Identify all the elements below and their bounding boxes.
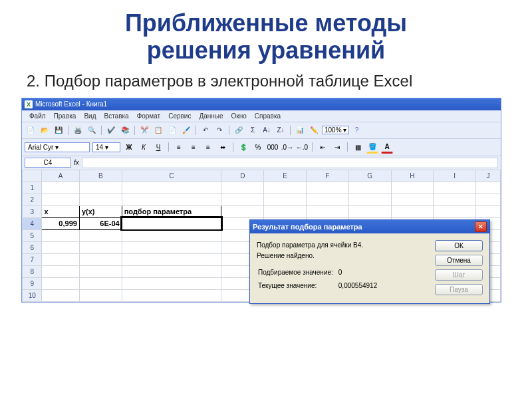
spellcheck-icon[interactable]: ✔️: [105, 124, 117, 136]
format-painter-icon[interactable]: 🖌️: [180, 124, 192, 136]
excel-icon: X: [25, 100, 33, 108]
menu-tools[interactable]: Сервис: [165, 112, 194, 120]
goal-seek-dialog: Результат подбора параметра ✕ Подбор пар…: [249, 219, 490, 304]
formula-bar: C4 fx: [22, 156, 501, 170]
redo-icon[interactable]: ↷: [213, 124, 225, 136]
standard-toolbar: 📄 📂 💾 🖨️ 🔍 ✔️ 📚 ✂️ 📋 📄 🖌️ ↶ ↷ 🔗 Σ A↓ Z↓ …: [22, 122, 501, 138]
slide-title-line1: Приближенные методы: [125, 9, 407, 37]
col-header[interactable]: D: [221, 170, 264, 182]
menubar: Файл Правка Вид Вставка Формат Сервис Да…: [22, 110, 501, 122]
menu-view[interactable]: Вид: [80, 112, 99, 120]
increase-indent-icon[interactable]: ⇥: [331, 142, 343, 153]
font-size-combo[interactable]: 14 ▾: [92, 142, 120, 152]
decrease-decimal-icon[interactable]: ←.0: [296, 142, 308, 153]
row-header[interactable]: 4: [23, 217, 42, 229]
increase-decimal-icon[interactable]: .0→: [281, 142, 293, 153]
undo-icon[interactable]: ↶: [200, 124, 211, 136]
help-icon[interactable]: ?: [351, 124, 363, 136]
formula-input[interactable]: [82, 158, 498, 168]
name-box[interactable]: C4: [25, 158, 71, 168]
font-color-icon[interactable]: A: [381, 141, 393, 154]
row-header[interactable]: 6: [23, 241, 42, 253]
merge-icon[interactable]: ⬌: [217, 142, 229, 153]
cell-A3[interactable]: x: [42, 205, 79, 217]
drawing-icon[interactable]: ✏️: [308, 124, 320, 136]
bold-icon[interactable]: Ж: [123, 142, 135, 153]
fill-color-icon[interactable]: 🪣: [366, 141, 378, 154]
new-icon[interactable]: 📄: [25, 124, 37, 136]
col-header[interactable]: E: [264, 170, 307, 182]
zoom-combo[interactable]: 100% ▾: [322, 126, 349, 134]
currency-icon[interactable]: 💲: [237, 142, 249, 153]
select-all[interactable]: [23, 170, 42, 182]
col-header[interactable]: F: [306, 170, 348, 182]
chevron-down-icon: ▾: [105, 144, 108, 151]
menu-edit[interactable]: Правка: [51, 112, 80, 120]
font-name-combo[interactable]: Arial Cyr ▾: [25, 142, 90, 152]
cell-C3[interactable]: подбор параметра: [122, 205, 221, 217]
copy-icon[interactable]: 📋: [152, 124, 164, 136]
ok-button[interactable]: ОК: [435, 240, 483, 251]
row-header[interactable]: 8: [23, 265, 42, 277]
borders-icon[interactable]: ▦: [352, 142, 364, 153]
col-header[interactable]: I: [434, 170, 476, 182]
formatting-toolbar: Arial Cyr ▾ 14 ▾ Ж К Ч ≡ ≡ ≡ ⬌ 💲 % 000 .…: [22, 138, 501, 156]
percent-icon[interactable]: %: [252, 142, 264, 153]
row-header[interactable]: 9: [23, 277, 42, 289]
cut-icon[interactable]: ✂️: [138, 124, 150, 136]
row-header[interactable]: 10: [23, 289, 42, 301]
decrease-indent-icon[interactable]: ⇤: [317, 142, 329, 153]
menu-help[interactable]: Справка: [251, 112, 284, 120]
paste-icon[interactable]: 📄: [166, 124, 178, 136]
align-right-icon[interactable]: ≡: [202, 142, 214, 153]
dialog-titlebar: Результат подбора параметра ✕: [250, 220, 489, 233]
col-header[interactable]: C: [122, 170, 221, 182]
close-icon[interactable]: ✕: [475, 221, 487, 232]
row-header[interactable]: 1: [23, 182, 42, 194]
menu-data[interactable]: Данные: [196, 112, 226, 120]
chart-icon[interactable]: 📊: [294, 124, 306, 136]
row-header[interactable]: 3: [23, 205, 42, 217]
col-header[interactable]: A: [42, 170, 79, 182]
fx-label[interactable]: fx: [74, 159, 79, 166]
menu-format[interactable]: Формат: [134, 112, 164, 120]
sort-asc-icon[interactable]: A↓: [261, 124, 273, 136]
align-left-icon[interactable]: ≡: [173, 142, 185, 153]
align-center-icon[interactable]: ≡: [188, 142, 200, 153]
cancel-button[interactable]: Отмена: [435, 255, 483, 266]
research-icon[interactable]: 📚: [119, 124, 131, 136]
slide-subtitle: 2. Подбор параметров в электронной табли…: [27, 71, 505, 91]
cell-C4[interactable]: [122, 217, 221, 229]
dialog-line1: Подбор параметра для ячейки B4.: [257, 240, 428, 251]
cell-B4[interactable]: 6E-04: [79, 217, 122, 229]
cell-B3[interactable]: y(x): [79, 205, 122, 217]
chevron-down-icon: ▾: [343, 126, 346, 134]
dialog-title: Результат подбора параметра: [253, 223, 362, 231]
dialog-line2: Решение найдено.: [257, 251, 428, 261]
row-header[interactable]: 2: [23, 194, 42, 205]
underline-icon[interactable]: Ч: [152, 142, 164, 153]
menu-insert[interactable]: Вставка: [100, 112, 132, 120]
open-icon[interactable]: 📂: [39, 124, 51, 136]
titlebar: X Microsoft Excel - Книга1: [22, 98, 501, 110]
print-preview-icon[interactable]: 🔍: [86, 124, 98, 136]
cell-A4[interactable]: 0,999: [42, 217, 79, 229]
col-header[interactable]: H: [391, 170, 434, 182]
print-icon[interactable]: 🖨️: [72, 124, 84, 136]
row-header[interactable]: 5: [23, 229, 42, 241]
italic-icon[interactable]: К: [138, 142, 150, 153]
step-button[interactable]: Шаг: [435, 269, 483, 281]
sort-desc-icon[interactable]: Z↓: [275, 124, 287, 136]
autosum-icon[interactable]: Σ: [247, 124, 259, 136]
row-header[interactable]: 7: [23, 253, 42, 265]
pause-button[interactable]: Пауза: [435, 284, 483, 295]
save-icon[interactable]: 💾: [53, 124, 65, 136]
hyperlink-icon[interactable]: 🔗: [233, 124, 245, 136]
col-header[interactable]: J: [476, 170, 501, 182]
menu-window[interactable]: Окно: [228, 112, 250, 120]
menu-file[interactable]: Файл: [26, 112, 49, 120]
comma-icon[interactable]: 000: [267, 142, 279, 153]
target-label: Подбираемое значение:: [258, 267, 337, 279]
col-header[interactable]: B: [79, 170, 122, 182]
col-header[interactable]: G: [348, 170, 391, 182]
